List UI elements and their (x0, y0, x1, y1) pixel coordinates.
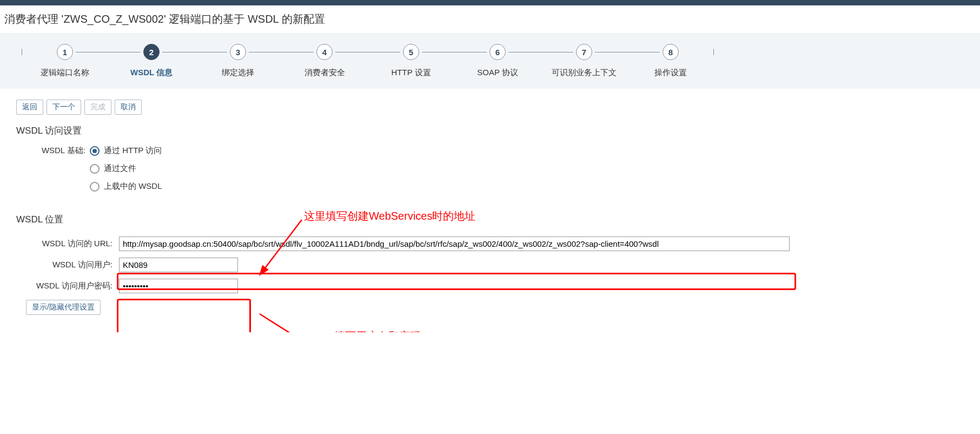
wizard-step-3[interactable]: 3绑定选择 (195, 44, 281, 78)
radio-button[interactable] (90, 182, 100, 192)
radio-row: 通过文件 (26, 163, 964, 174)
wizard-step-7[interactable]: 7可识别业务上下文 (541, 44, 627, 78)
section-access-settings: WSDL 访问设置 (16, 124, 964, 137)
page-title: 消费者代理 'ZWS_CO_Z_WS002' 逻辑端口的基于 WSDL 的新配置 (0, 5, 980, 33)
radio-button[interactable] (90, 164, 100, 174)
step-circle: 5 (403, 44, 419, 60)
step-label: WSDL 信息 (130, 68, 173, 78)
step-circle: 1 (57, 44, 73, 60)
wizard-step-2[interactable]: 2WSDL 信息 (108, 44, 195, 78)
radio-row: 上载中的 WSDL (26, 181, 964, 192)
pass-label: WSDL 访问用户密码: (26, 281, 112, 291)
wizard-bar: 1逻辑端口名称2WSDL 信息3绑定选择4消费者安全5HTTP 设置6SOAP … (0, 33, 980, 89)
url-label: WSDL 访问的 URL: (26, 239, 112, 249)
step-circle: 7 (576, 44, 592, 60)
finish-button: 完成 (84, 100, 111, 115)
wsdl-base-label: WSDL 基础: (26, 146, 85, 156)
user-label: WSDL 访问用户: (26, 260, 112, 270)
toggle-proxy-button[interactable]: 显示/隐藏代理设置 (26, 300, 101, 315)
wsdl-base-group: WSDL 基础:通过 HTTP 访问通过文件上载中的 WSDL (26, 146, 964, 192)
wizard-step-4[interactable]: 4消费者安全 (281, 44, 368, 78)
wsdl-user-input[interactable] (119, 258, 238, 272)
wizard-step-1[interactable]: 1逻辑端口名称 (22, 44, 108, 78)
wizard-step-5[interactable]: 5HTTP 设置 (368, 44, 454, 78)
back-button[interactable]: 返回 (16, 100, 43, 115)
wizard-step-8[interactable]: 8操作设置 (627, 44, 714, 78)
step-circle: 4 (316, 44, 333, 60)
step-circle: 8 (663, 44, 679, 60)
radio-label: 上载中的 WSDL (104, 181, 162, 192)
wsdl-url-input[interactable] (119, 236, 790, 251)
step-circle: 2 (143, 44, 160, 60)
step-circle: 3 (230, 44, 246, 60)
step-label: 逻辑端口名称 (41, 68, 89, 78)
radio-row: WSDL 基础:通过 HTTP 访问 (26, 146, 964, 156)
radio-label: 通过文件 (104, 163, 136, 174)
button-row: 返回 下一个 完成 取消 (16, 100, 964, 115)
step-label: SOAP 协议 (477, 68, 518, 78)
step-circle: 6 (489, 44, 506, 60)
radio-button[interactable] (90, 146, 100, 156)
step-label: HTTP 设置 (391, 68, 431, 78)
top-bar (0, 0, 980, 5)
section-wsdl-location: WSDL 位置 (16, 213, 964, 226)
wizard-step-6[interactable]: 6SOAP 协议 (454, 44, 541, 78)
step-label: 可识别业务上下文 (552, 68, 617, 78)
step-label: 绑定选择 (222, 68, 254, 78)
step-label: 消费者安全 (304, 68, 345, 78)
next-button[interactable]: 下一个 (47, 100, 81, 115)
wsdl-password-input[interactable] (119, 279, 238, 293)
step-label: 操作设置 (654, 68, 687, 78)
radio-label: 通过 HTTP 访问 (104, 146, 162, 156)
cancel-button[interactable]: 取消 (115, 100, 142, 115)
